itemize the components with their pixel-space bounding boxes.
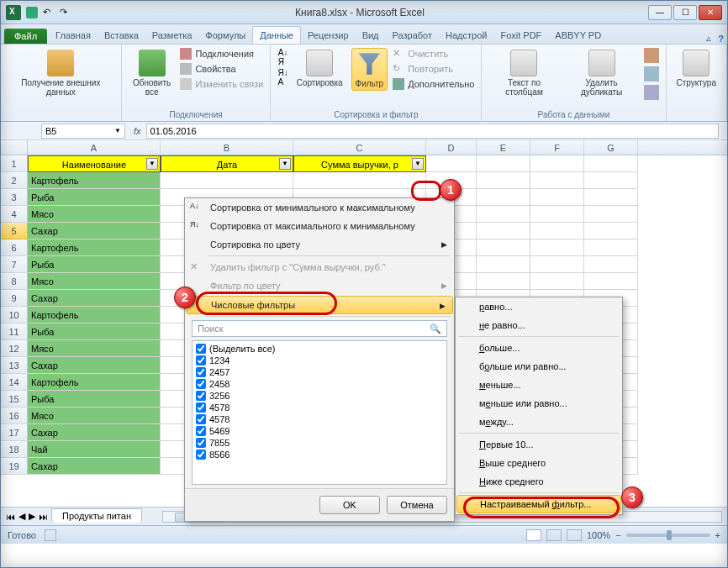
cell[interactable] [293,172,426,189]
filter-checkbox[interactable] [196,402,206,413]
filter-checkbox[interactable] [196,450,206,460]
cell[interactable]: Картофель [28,239,161,256]
zoom-out-icon[interactable]: − [615,530,620,540]
cell[interactable] [584,155,638,172]
formula-input[interactable]: 01.05.2016 [146,124,719,139]
row-header[interactable]: 17 [1,424,28,441]
file-tab[interactable]: Файл [4,29,47,44]
filter-greater-eq-item[interactable]: больше или равно... [456,357,622,376]
tab-view[interactable]: Вид [356,27,386,44]
refresh-all-button[interactable]: Обновить все [129,48,176,98]
column-header-cell[interactable]: Дата▼ [161,155,293,172]
edit-links-button[interactable]: Изменить связи [180,78,263,90]
sheet-nav-first-icon[interactable]: ⏮ [6,512,15,522]
filter-search-input[interactable]: Поиск🔍 [192,320,447,337]
cell[interactable] [530,155,584,172]
cell[interactable] [584,239,638,256]
col-header[interactable]: A [28,140,161,155]
row-header[interactable]: 14 [1,374,28,391]
properties-button[interactable]: Свойства [180,63,263,75]
consolidate-icon[interactable] [644,66,659,82]
cell[interactable]: Сахар [28,458,161,475]
col-header[interactable]: B [161,140,293,155]
filter-between-item[interactable]: между... [456,413,622,431]
col-header[interactable]: E [477,140,530,155]
cell[interactable]: Рыба [28,256,161,273]
tab-layout[interactable]: Разметка [145,27,199,44]
cell[interactable] [530,172,584,189]
ok-button[interactable]: OK [319,496,380,514]
sheet-nav-last-icon[interactable]: ⏭ [39,512,48,522]
cell[interactable] [584,256,638,273]
cell[interactable]: Рыба [28,391,161,408]
column-header-cell[interactable]: Сумма выручки, р▼ [293,155,426,172]
cell[interactable] [584,273,638,290]
sort-ascending-item[interactable]: А↓Сортировка от минимального к максималь… [185,198,454,217]
filter-above-avg-item[interactable]: Выше среднего [456,454,622,472]
zoom-in-icon[interactable]: + [715,530,720,540]
cell[interactable] [530,223,584,239]
redo-icon[interactable]: ↷ [60,7,71,18]
cell[interactable] [530,239,584,256]
row-header[interactable]: 19 [1,458,28,475]
help-icon[interactable]: ? [718,34,724,44]
filter-dropdown-icon[interactable]: ▼ [279,158,291,170]
cell[interactable] [530,206,584,223]
cell[interactable] [584,223,638,239]
filter-below-avg-item[interactable]: Ниже среднего [456,472,622,491]
filter-equals-item[interactable]: равно... [456,297,622,316]
minimize-button[interactable]: — [648,5,672,20]
maximize-button[interactable]: ☐ [673,5,697,20]
cell[interactable] [477,172,530,189]
view-normal-icon[interactable] [526,529,541,541]
cell[interactable] [477,223,530,239]
sort-by-color-item[interactable]: Сортировка по цвету▶ [185,235,454,254]
text-to-columns-button[interactable]: Текст по столбцам [488,48,559,98]
col-header[interactable]: C [293,140,426,155]
row-header[interactable]: 2 [1,172,28,189]
row-header[interactable]: 7 [1,256,28,273]
cell[interactable] [584,206,638,223]
sheet-nav-next-icon[interactable]: ▶ [29,511,35,522]
cell[interactable] [530,273,584,290]
cell[interactable]: Сахар [28,290,161,307]
fx-icon[interactable]: fx [134,126,141,136]
tab-formulas[interactable]: Формулы [198,27,252,44]
select-all-corner[interactable] [1,140,28,155]
whatif-icon[interactable] [644,85,659,100]
cell[interactable] [477,155,530,172]
filter-checkbox[interactable] [196,379,206,389]
row-header[interactable]: 3 [1,189,28,206]
cell[interactable]: Чай [28,441,161,458]
advanced-button[interactable]: Дополнительно [393,78,474,90]
cell[interactable] [477,273,530,290]
tab-addins[interactable]: Надстрой [439,27,493,44]
cell[interactable] [477,206,530,223]
minimize-ribbon-icon[interactable]: ▵ [706,33,711,44]
col-header[interactable]: G [584,140,638,155]
filter-value-item[interactable]: 2458 [194,378,445,390]
sort-asc-icon[interactable]: А↓Я [278,48,288,66]
sheet-tab[interactable]: Продукты питан [51,508,142,523]
cell[interactable]: Сахар [28,424,161,441]
row-header[interactable]: 12 [1,340,28,357]
tab-home[interactable]: Главная [49,27,98,44]
cell[interactable]: Рыба [28,189,161,206]
number-filters-item[interactable]: Числовые фильтры▶ [186,296,453,314]
row-header[interactable]: 13 [1,357,28,374]
filter-value-item[interactable]: 2457 [194,366,445,378]
reapply-button[interactable]: ↻Повторить [393,63,474,75]
data-validation-icon[interactable] [644,48,659,63]
cell[interactable]: Сахар [28,357,161,374]
zoom-slider[interactable] [626,534,710,537]
filter-checkbox[interactable] [196,344,206,354]
cancel-button[interactable]: Отмена [387,496,447,514]
tab-insert[interactable]: Вставка [98,27,145,44]
col-header[interactable]: D [426,140,477,155]
filter-checkbox[interactable] [196,367,206,377]
filter-value-item[interactable]: 7855 [194,437,445,449]
cell[interactable]: Рыба [28,323,161,340]
filter-less-item[interactable]: меньше... [456,376,622,394]
row-header[interactable]: 5 [1,223,28,239]
row-header[interactable]: 11 [1,323,28,340]
